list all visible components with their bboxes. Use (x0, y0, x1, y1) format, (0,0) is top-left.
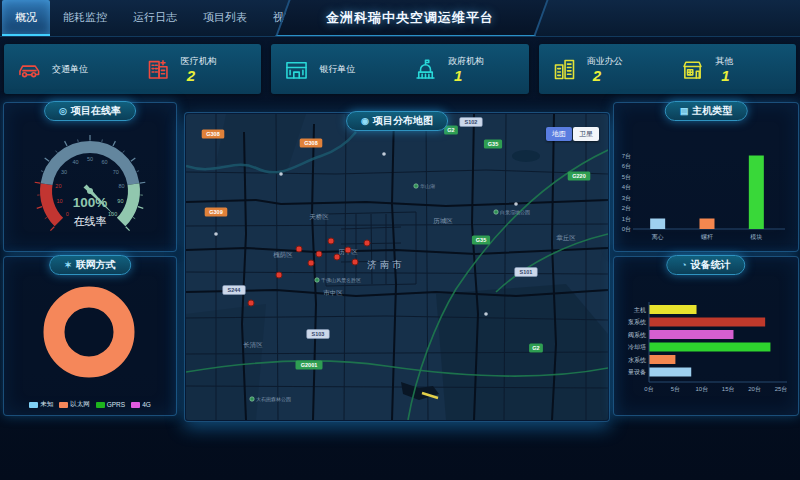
stat-value: 1 (448, 68, 484, 83)
district-label: 历城区 (433, 217, 453, 225)
device-stats-body: 主机泵系统阀系统冷却塔水系统量设备0台5台10台15台20台25台 (614, 299, 798, 415)
bar-离心[interactable] (650, 219, 665, 230)
legend-swatch (131, 402, 140, 408)
office-icon (551, 56, 578, 83)
svg-text:S103: S103 (312, 331, 325, 337)
panel-online-rate-header: ◎项目在线率 (44, 101, 136, 121)
network-legend: 未知以太网GPRS4G (4, 400, 176, 409)
svg-text:10台: 10台 (695, 386, 708, 393)
svg-text:4台: 4台 (622, 184, 631, 191)
bar-模块[interactable] (749, 156, 764, 230)
project-marker[interactable] (248, 300, 254, 306)
legend-以太网[interactable]: 以太网 (59, 400, 90, 409)
bar-阀系统[interactable] (649, 330, 733, 339)
map-canvas[interactable]: 历下区天桥区市中区槐荫区历城区长清区章丘区济南市千佛山风景名胜区大石崮森林公园白… (186, 114, 608, 420)
nav-tab-1[interactable]: 能耗监控 (50, 0, 120, 34)
svg-text:40: 40 (72, 159, 78, 165)
map-layer-toggle: 地图卫星 (545, 127, 599, 141)
bar-螺杆[interactable] (700, 219, 715, 230)
top-nav: 概况能耗监控运行日志项目列表视频监控 金洲科瑞中央空调运维平台 (0, 0, 800, 37)
park-poi-icon (250, 397, 254, 401)
nav-tab-2[interactable]: 运行日志 (120, 0, 190, 34)
road-badge: G308 (300, 139, 323, 148)
svg-text:冷却塔: 冷却塔 (628, 344, 646, 351)
project-marker[interactable] (352, 259, 358, 265)
svg-text:3台: 3台 (622, 195, 631, 202)
poi-label: 千佛山风景名胜区 (321, 277, 361, 284)
bar-水系统[interactable] (649, 355, 675, 364)
svg-text:0台: 0台 (622, 226, 631, 233)
project-marker[interactable] (364, 240, 370, 246)
gauge-detail: 100% (73, 195, 108, 210)
svg-text:G2001: G2001 (301, 362, 318, 368)
stat-value: 2 (181, 68, 217, 83)
location-icon: ◉ (361, 116, 369, 126)
legend-未知[interactable]: 未知 (29, 400, 53, 409)
panel-network-type-header: ✶联网方式 (49, 255, 131, 275)
svg-text:60: 60 (101, 159, 107, 165)
car-icon (16, 56, 43, 83)
svg-text:90: 90 (117, 198, 123, 204)
bar-量设备[interactable] (649, 368, 691, 377)
legend-GPRS[interactable]: GPRS (96, 400, 125, 409)
legend-label: 4G (142, 401, 151, 408)
project-marker[interactable] (296, 246, 302, 252)
bar-泵系统[interactable] (649, 318, 765, 327)
panel-device-stats: ◔设备统计 主机泵系统阀系统冷却塔水系统量设备0台5台10台15台20台25台 (613, 256, 799, 416)
host-type-chart: 0台1台2台3台4台5台6台7台离心螺杆模块 (615, 133, 797, 251)
gauge-title: 在线率 (74, 215, 107, 227)
stat-government: 政府机构1 (400, 55, 529, 83)
compass-icon: ◔ (681, 260, 686, 270)
svg-text:25台: 25台 (775, 386, 788, 393)
bar-冷却塔[interactable] (649, 343, 770, 352)
panel-host-type-header: ▤主机类型 (665, 101, 748, 121)
online-rate-gauge: 0102030405060708090100100%在线率 (5, 121, 175, 245)
stat-label: 交通单位 (52, 63, 88, 76)
panel-title: 项目在线率 (71, 105, 121, 116)
svg-text:20: 20 (55, 183, 61, 189)
road-badge: S101 (515, 268, 538, 277)
poi-dot (514, 202, 518, 206)
park-poi-icon (494, 210, 498, 214)
poi-dot (214, 232, 218, 236)
svg-text:阀系统: 阀系统 (628, 331, 647, 339)
bar-主机[interactable] (649, 305, 697, 314)
poi-dot (382, 152, 386, 156)
road-badge: S244 (223, 286, 246, 295)
legend-swatch (96, 402, 105, 408)
project-marker[interactable] (345, 247, 351, 253)
stat-value: 1 (715, 68, 733, 83)
project-marker[interactable] (334, 254, 340, 260)
legend-label: 以太网 (70, 400, 90, 409)
svg-text:30: 30 (61, 169, 67, 175)
stat-office: 商业办公2 (539, 55, 668, 83)
project-marker[interactable] (308, 260, 314, 266)
svg-text:80: 80 (119, 183, 125, 189)
svg-text:量设备: 量设备 (628, 368, 646, 376)
nav-tab-3[interactable]: 项目列表 (190, 0, 260, 34)
project-marker[interactable] (328, 238, 334, 244)
map-mode-satellite[interactable]: 卫星 (573, 127, 599, 141)
legend-4G[interactable]: 4G (131, 400, 151, 409)
svg-text:20台: 20台 (748, 386, 761, 393)
project-marker[interactable] (276, 272, 282, 278)
stat-card-1: 银行单位政府机构1 (271, 44, 528, 94)
district-label: 槐荫区 (273, 251, 293, 259)
panel-project-map-header: ◉项目分布地图 (346, 111, 448, 131)
nav-tab-0[interactable]: 概况 (2, 0, 50, 36)
road-badge: S102 (460, 118, 483, 127)
project-map-svg[interactable]: 历下区天桥区市中区槐荫区历城区长清区章丘区济南市千佛山风景名胜区大石崮森林公园白… (186, 114, 608, 420)
online-rate-body: 0102030405060708090100100%在线率 (4, 121, 176, 249)
svg-text:10: 10 (57, 198, 63, 204)
svg-text:S102: S102 (465, 119, 478, 125)
road-badge: G220 (568, 172, 591, 181)
svg-text:主机: 主机 (634, 306, 646, 313)
svg-text:模块: 模块 (750, 234, 762, 240)
government-icon (412, 56, 439, 83)
map-mode-map[interactable]: 地图 (546, 127, 572, 141)
svg-text:G309: G309 (209, 209, 222, 215)
svg-text:S244: S244 (228, 287, 242, 293)
city-label: 济南市 (367, 259, 405, 270)
svg-text:泵系统: 泵系统 (628, 318, 647, 326)
project-marker[interactable] (316, 251, 322, 257)
